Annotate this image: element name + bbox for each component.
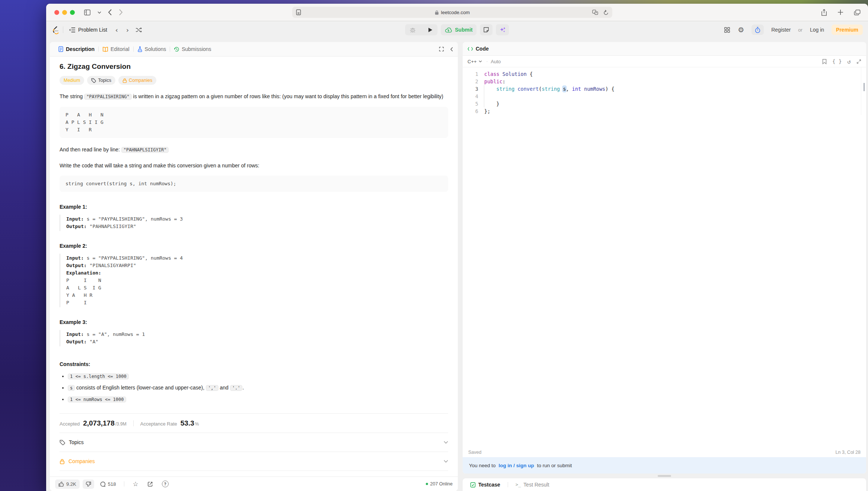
tab-description[interactable]: Description xyxy=(54,46,98,52)
layout-switcher-icon[interactable] xyxy=(724,27,730,33)
tab-test-result[interactable]: >_ Test Result xyxy=(513,481,552,488)
login-signup-link[interactable]: log in / sign up xyxy=(498,463,535,468)
resize-handle[interactable] xyxy=(658,475,671,477)
accepted-value: 2,073,178 xyxy=(83,419,115,427)
ai-sparkles-icon[interactable] xyxy=(496,24,509,35)
indent-guide xyxy=(484,85,484,107)
share-solution-button[interactable] xyxy=(144,481,156,487)
prev-problem-button[interactable]: ‹ xyxy=(113,26,120,34)
difficulty-badge[interactable]: Medium xyxy=(60,76,84,85)
lock-icon xyxy=(60,459,65,464)
code-editor[interactable]: 1class Solution {2public:3 string conver… xyxy=(463,67,866,115)
browser-window: leetcode.com xyxy=(46,4,868,491)
premium-button[interactable]: Premium xyxy=(832,25,863,35)
problem-content: 6. Zigzag Conversion Medium Topics Compa… xyxy=(50,57,458,491)
constraint-item: 1 <= s.length <= 1000 xyxy=(68,373,448,379)
format-braces-icon[interactable]: { } xyxy=(832,58,842,64)
editor-status-bar: Saved Ln 3, Col 28 xyxy=(463,447,866,457)
help-button[interactable]: ? xyxy=(159,481,172,487)
reader-page-icon[interactable] xyxy=(296,9,301,15)
chevron-down-icon xyxy=(444,460,448,463)
acceptance-rate-value: 53.3 xyxy=(181,419,194,427)
bookmark-icon[interactable] xyxy=(822,59,827,64)
code-line[interactable]: 1class Solution { xyxy=(463,70,866,78)
topics-badge[interactable]: Topics xyxy=(87,76,115,85)
language-selector[interactable]: C++ xyxy=(467,59,482,64)
problem-statement: The string "PAYPALISHIRING" is written i… xyxy=(60,92,447,101)
favorite-star-button[interactable]: ☆ xyxy=(130,481,141,487)
code-line[interactable]: 5 } xyxy=(463,100,866,107)
page-title: 6. Zigzag Conversion xyxy=(60,62,448,71)
editor-scrollbar[interactable] xyxy=(861,67,866,115)
login-banner: You need to log in / sign up to run or s… xyxy=(463,457,866,474)
sidebar-toggle-icon[interactable] xyxy=(84,9,91,16)
accepted-label: Accepted xyxy=(60,421,80,427)
timer-icon[interactable] xyxy=(751,25,764,35)
inline-code: "PAHNAPLSIIGYIR" xyxy=(121,147,169,153)
editor-column: Code C++ · Auto { } xyxy=(463,42,866,491)
editor-empty-space[interactable] xyxy=(463,115,866,447)
code-line[interactable]: 6}; xyxy=(463,107,866,115)
tab-overview-icon[interactable] xyxy=(854,9,861,16)
window-controls xyxy=(54,10,75,15)
back-button[interactable] xyxy=(108,9,112,16)
badge-row: Medium Topics Companies xyxy=(60,76,448,85)
tab-editorial[interactable]: Editorial xyxy=(99,46,133,52)
panel-gap xyxy=(463,474,866,478)
comments-button[interactable]: 518 xyxy=(97,481,119,487)
line-number: 1 xyxy=(463,70,484,78)
dot-separator: · xyxy=(486,59,488,64)
online-count: 207 Online xyxy=(426,481,453,487)
browser-toolbar: leetcode.com xyxy=(46,4,868,21)
collapse-panel-icon[interactable] xyxy=(450,47,453,52)
accordion-topics[interactable]: Topics xyxy=(60,433,448,452)
forward-button[interactable] xyxy=(119,9,123,16)
like-button[interactable]: 9.2K xyxy=(55,479,80,489)
terminal-icon: >_ xyxy=(516,482,521,487)
leetcode-logo[interactable] xyxy=(51,25,59,34)
constraint-item: 1 <= numRows <= 1000 xyxy=(68,396,448,402)
editor-title: Code xyxy=(476,46,489,52)
code-line[interactable]: 3 string convert(string s, int numRows) … xyxy=(463,85,866,93)
sidebar-chevron-icon[interactable] xyxy=(98,11,101,14)
submissions-history-icon xyxy=(174,46,179,52)
settings-gear-icon[interactable]: ⚙ xyxy=(738,26,744,33)
tab-testcase[interactable]: Testcase xyxy=(468,481,502,488)
refresh-icon[interactable] xyxy=(603,10,609,15)
companies-badge[interactable]: Companies xyxy=(118,76,156,85)
login-link[interactable]: Log in xyxy=(810,27,824,33)
submit-button[interactable]: Submit xyxy=(441,24,476,35)
problem-list-button[interactable]: Problem List xyxy=(67,25,109,34)
tab-solutions[interactable]: Solutions xyxy=(134,46,170,52)
code-line[interactable]: 2public: xyxy=(463,78,866,85)
maximize-editor-icon[interactable] xyxy=(856,59,861,64)
code-line[interactable]: 4 xyxy=(463,93,866,100)
tab-submissions[interactable]: Submissions xyxy=(170,46,215,52)
register-link[interactable]: Register xyxy=(771,27,791,33)
read-line-text: And then read line by line: "PAHNAPLSIIG… xyxy=(60,145,447,154)
accepted-total: /3.9M xyxy=(115,421,127,427)
debug-icon[interactable] xyxy=(405,24,420,35)
chevron-down-icon xyxy=(479,60,482,62)
zoom-window-button[interactable] xyxy=(70,10,75,15)
translate-icon[interactable] xyxy=(592,10,598,15)
acceptance-rate-label: Acceptance Rate xyxy=(140,421,177,427)
address-bar[interactable]: leetcode.com xyxy=(292,7,612,18)
reset-code-icon[interactable]: ↺ xyxy=(847,58,851,65)
run-icon[interactable] xyxy=(423,24,437,35)
problem-footer-bar: 9.2K 518 ☆ xyxy=(50,476,458,491)
panel-tabbar: Description Editorial Solutions xyxy=(50,42,458,57)
random-problem-icon[interactable] xyxy=(135,27,142,33)
notes-icon[interactable] xyxy=(480,24,493,35)
expand-panel-icon[interactable] xyxy=(439,46,444,52)
close-window-button[interactable] xyxy=(54,10,59,15)
next-problem-button[interactable]: › xyxy=(124,26,131,34)
accordion-companies[interactable]: Companies xyxy=(60,452,448,471)
minimize-window-button[interactable] xyxy=(62,10,67,15)
new-tab-icon[interactable] xyxy=(837,9,843,15)
description-panel: Description Editorial Solutions xyxy=(50,42,458,491)
run-debug-group xyxy=(405,24,437,35)
dislike-button[interactable] xyxy=(83,479,94,489)
share-icon[interactable] xyxy=(821,9,827,16)
main-area: Description Editorial Solutions xyxy=(46,42,868,491)
